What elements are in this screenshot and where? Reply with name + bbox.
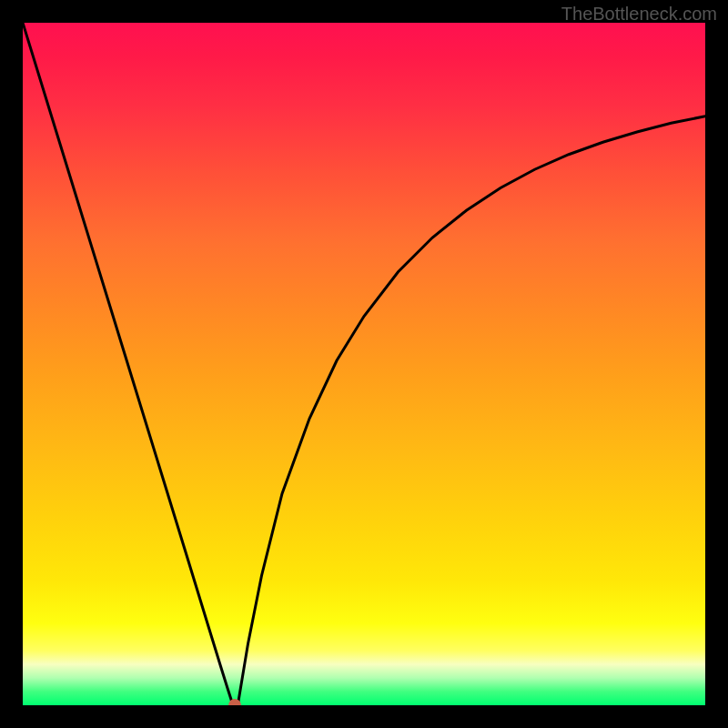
minimum-marker (228, 699, 241, 705)
curve-right-branch (238, 116, 705, 705)
curve-svg (23, 23, 705, 705)
plot-area (23, 23, 705, 705)
curve-left-branch (23, 23, 233, 705)
watermark-text: TheBottleneck.com (561, 4, 717, 25)
